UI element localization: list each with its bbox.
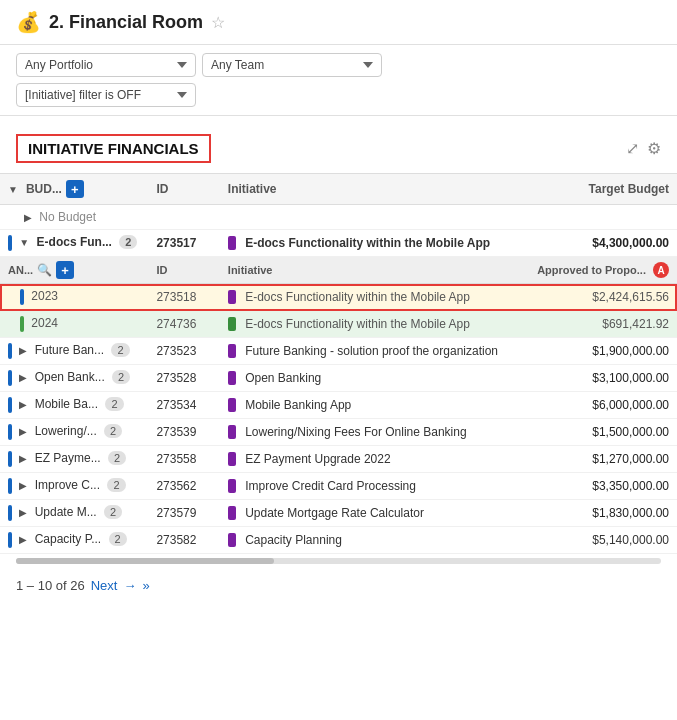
row-id [148, 205, 219, 230]
settings-icon[interactable]: ⚙ [647, 139, 661, 158]
sub-col-id: ID [148, 257, 219, 284]
row-id: 273558 [148, 446, 219, 473]
row-amount: $3,100,000.00 [526, 365, 677, 392]
row-id: 273539 [148, 419, 219, 446]
row-id: 274736 [148, 311, 219, 338]
table-row: Capacity P... 2 273582 Capacity Planning… [0, 527, 677, 554]
row-expand-icon[interactable] [19, 453, 27, 464]
row-initiative: Update Mortgage Rate Calculator [220, 500, 526, 527]
row-label: Future Ban... 2 [0, 338, 148, 365]
row-amount: $691,421.92 [526, 311, 677, 338]
row-id: 273579 [148, 500, 219, 527]
initiative-indicator [228, 479, 236, 493]
table-row: No Budget [0, 205, 677, 230]
row-expand-icon[interactable] [19, 399, 27, 410]
row-id: 273518 [148, 284, 219, 311]
initiative-indicator [228, 371, 236, 385]
row-initiative [220, 205, 526, 230]
horizontal-scrollbar[interactable] [0, 554, 677, 568]
row-label: 2023 [0, 284, 148, 311]
table-row: Improve C... 2 273562 Improve Credit Car… [0, 473, 677, 500]
search-icon[interactable]: 🔍 [37, 263, 52, 277]
section-title: INITIATIVE FINANCIALS [16, 134, 211, 163]
table-header-row: BUD... + ID Initiative Target Budget [0, 174, 677, 205]
row-expand-icon[interactable] [19, 345, 27, 356]
pagination-section: 1 – 10 of 26 Next → » [0, 568, 677, 603]
row-initiative: Mobile Banking App [220, 392, 526, 419]
section-actions: ⤢ ⚙ [626, 139, 661, 158]
row-initiative: EZ Payment Upgrade 2022 [220, 446, 526, 473]
row-expand-icon[interactable] [19, 480, 27, 491]
row-initiative: E-docs Functionality within the Mobile A… [220, 311, 526, 338]
row-badge: 2 [119, 235, 137, 249]
row-amount: $4,300,000.00 [526, 230, 677, 257]
row-label: E-docs Fun... 2 [0, 230, 148, 257]
row-badge: 2 [105, 397, 123, 411]
add-budget-button[interactable]: + [66, 180, 84, 198]
row-expand-icon[interactable] [19, 534, 27, 545]
page-header: 💰 2. Financial Room ☆ [0, 0, 677, 45]
row-badge: 2 [108, 451, 126, 465]
row-id: 273528 [148, 365, 219, 392]
team-filter[interactable]: Any Team [202, 53, 382, 77]
row-initiative: Future Banking - solution proof the orga… [220, 338, 526, 365]
row-amount: $2,424,615.56 [526, 284, 677, 311]
filters-section: Any Portfolio Any Team [Initiative] filt… [0, 45, 677, 116]
row-initiative: E-docs Functionality within the Mobile A… [220, 230, 526, 257]
table-row: E-docs Fun... 2 273517 E-docs Functional… [0, 230, 677, 257]
col-header-budget: BUD... + [0, 174, 148, 205]
page-title: 2. Financial Room [49, 12, 203, 33]
filter-row-1: Any Portfolio Any Team [16, 53, 661, 77]
initiative-indicator [228, 398, 236, 412]
sub-col-budget: AN... 🔍 + [0, 257, 148, 284]
initiative-indicator [228, 344, 236, 358]
row-amount: $1,500,000.00 [526, 419, 677, 446]
initiative-filter[interactable]: [Initiative] filter is OFF [16, 83, 196, 107]
table-row: Lowering/... 2 273539 Lowering/Nixing Fe… [0, 419, 677, 446]
row-expand-icon[interactable] [24, 212, 32, 223]
initiative-indicator [228, 236, 236, 250]
last-arrow[interactable]: » [142, 578, 149, 593]
col-header-id: ID [148, 174, 219, 205]
initiative-indicator [228, 506, 236, 520]
row-id: 273562 [148, 473, 219, 500]
portfolio-filter[interactable]: Any Portfolio [16, 53, 196, 77]
row-id: 273534 [148, 392, 219, 419]
star-icon[interactable]: ☆ [211, 13, 225, 32]
row-expand-icon[interactable] [19, 372, 27, 383]
section-header: INITIATIVE FINANCIALS ⤢ ⚙ [0, 124, 677, 173]
col-header-target: Target Budget [526, 174, 677, 205]
row-initiative: Lowering/Nixing Fees For Online Banking [220, 419, 526, 446]
row-badge: 2 [111, 343, 129, 357]
row-initiative: Open Banking [220, 365, 526, 392]
initiative-indicator [228, 425, 236, 439]
table-row: 2024 274736 E-docs Functionality within … [0, 311, 677, 338]
sub-header-row: AN... 🔍 + ID Initiative Approved to Prop… [0, 257, 677, 284]
row-expand-icon[interactable] [19, 507, 27, 518]
row-label: EZ Payme... 2 [0, 446, 148, 473]
pagination-info: 1 – 10 of 26 [16, 578, 85, 593]
initiative-indicator [228, 290, 236, 304]
add-sub-button[interactable]: + [56, 261, 74, 279]
col-budget-label: BUD... [26, 182, 62, 196]
budget-collapse-icon[interactable] [8, 184, 18, 195]
table-row[interactable]: 2023 273518 E-docs Functionality within … [0, 284, 677, 311]
row-label: Mobile Ba... 2 [0, 392, 148, 419]
next-arrow[interactable]: → [123, 578, 136, 593]
next-link[interactable]: Next [91, 578, 118, 593]
row-badge: 2 [107, 478, 125, 492]
row-id: 273517 [148, 230, 219, 257]
row-expand-icon[interactable] [19, 426, 27, 437]
initiative-indicator [228, 452, 236, 466]
row-expand-icon[interactable] [19, 237, 29, 248]
row-initiative: Capacity Planning [220, 527, 526, 554]
row-amount: $1,830,000.00 [526, 500, 677, 527]
table-row: Update M... 2 273579 Update Mortgage Rat… [0, 500, 677, 527]
approved-badge: A [653, 262, 669, 278]
expand-icon[interactable]: ⤢ [626, 139, 639, 158]
row-label: Improve C... 2 [0, 473, 148, 500]
sub-col-approved: Approved to Propo... A [526, 257, 677, 284]
row-label: Open Bank... 2 [0, 365, 148, 392]
col-header-initiative: Initiative [220, 174, 526, 205]
row-amount: $6,000,000.00 [526, 392, 677, 419]
